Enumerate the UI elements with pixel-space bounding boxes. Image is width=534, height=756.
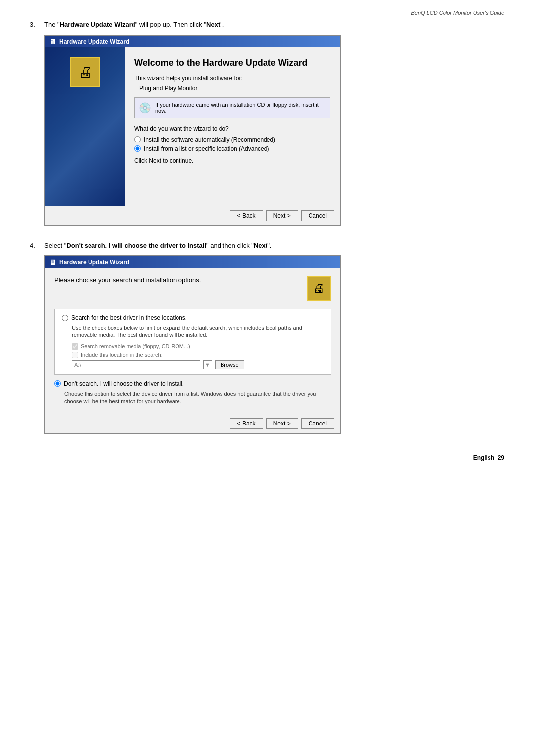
page-divider bbox=[30, 449, 504, 449]
dialog2-search-radio[interactable] bbox=[62, 315, 68, 321]
dialog2-back-button[interactable]: < Back bbox=[230, 418, 263, 429]
dialog1-sidebar-bg: 🖨 bbox=[45, 47, 125, 206]
dialog2-search-radio-label: Search for the best driver in these loca… bbox=[71, 314, 187, 321]
step4-bold1: Don't search. I will choose the driver t… bbox=[66, 242, 206, 249]
dialog1-title-text: Hardware Update Wizard bbox=[59, 38, 129, 45]
hardware-update-wizard-dialog2: 🖥 Hardware Update Wizard Please choose y… bbox=[44, 255, 341, 434]
dialog2-browse-button[interactable]: Browse bbox=[215, 360, 244, 369]
footer-language: English bbox=[473, 454, 494, 461]
dialog1-titlebar: 🖥 Hardware Update Wizard bbox=[45, 36, 340, 47]
dialog2-next-button[interactable]: Next > bbox=[266, 418, 298, 429]
dialog2-titlebar: 🖥 Hardware Update Wizard bbox=[45, 256, 340, 268]
dialog1-radio2[interactable] bbox=[134, 145, 141, 152]
step3-bold1: Hardware Update Wizard bbox=[60, 21, 135, 28]
dialog1-radio2-row: Install from a list or specific location… bbox=[134, 145, 330, 152]
dialog2-check1-label: Search removable media (floppy, CD-ROM..… bbox=[81, 343, 190, 349]
dialog2-dropdown-icon[interactable]: ▼ bbox=[203, 360, 212, 369]
step4-container: 4. Select "Don't search. I will choose t… bbox=[30, 241, 504, 434]
dialog1-what-todo: What do you want the wizard to do? bbox=[134, 125, 330, 132]
dialog1-click-next: Click Next to continue. bbox=[134, 157, 330, 164]
document-title: BenQ LCD Color Monitor User's Guide bbox=[411, 10, 504, 16]
dialog2-check2[interactable] bbox=[72, 352, 78, 358]
step3-number: 3. bbox=[30, 20, 40, 28]
dialog1-device-name: Plug and Play Monitor bbox=[139, 85, 330, 92]
dialog1-title-icon: 🖥 bbox=[49, 38, 56, 46]
dialog2-dont-search-radio[interactable] bbox=[54, 380, 61, 387]
dialog2-check2-row: Include this location in the search: bbox=[72, 352, 324, 358]
dialog1-radio1-label: Install the software automatically (Reco… bbox=[144, 136, 275, 143]
dialog2-search-section: Search for the best driver in these loca… bbox=[54, 309, 331, 375]
step4-number: 4. bbox=[30, 241, 40, 249]
step3-content: The "Hardware Update Wizard" will pop up… bbox=[44, 20, 504, 226]
dialog1-radio2-label: Install from a list or specific location… bbox=[144, 145, 269, 152]
dialog2-header: Please choose your search and installati… bbox=[54, 276, 331, 301]
dialog1-welcome-title: Welcome to the Hardware Update Wizard bbox=[134, 57, 330, 69]
dialog2-search-radio-row: Search for the best driver in these loca… bbox=[62, 314, 324, 321]
dialog2-check1-row: Search removable media (floppy, CD-ROM..… bbox=[72, 343, 324, 350]
step3-instruction: The "Hardware Update Wizard" will pop up… bbox=[44, 20, 504, 30]
dialog1-cd-note-box: 💿 If your hardware came with an installa… bbox=[134, 97, 330, 118]
dialog1-sidebar: 🖨 bbox=[45, 47, 125, 206]
dialog1-footer: < Back Next > Cancel bbox=[45, 206, 340, 225]
dialog1-right-panel: Welcome to the Hardware Update Wizard Th… bbox=[125, 47, 340, 206]
dialog2-body: Please choose your search and installati… bbox=[45, 268, 340, 414]
page-footer: English 29 bbox=[30, 454, 504, 461]
dialog2-dont-search-desc: Choose this option to select the device … bbox=[64, 390, 331, 406]
step3-bold2: Next bbox=[206, 21, 220, 28]
dialog2-check1[interactable] bbox=[72, 343, 78, 350]
footer-page-number: 29 bbox=[498, 454, 504, 461]
wizard-hardware-icon: 🖨 bbox=[70, 57, 100, 87]
hardware-icon-glyph: 🖨 bbox=[78, 64, 92, 81]
dialog1-radio1-row: Install the software automatically (Reco… bbox=[134, 136, 330, 143]
hardware-update-wizard-dialog1: 🖥 Hardware Update Wizard 🖨 Welcome to th… bbox=[44, 35, 341, 226]
dialog2-path-row: ▼ Browse bbox=[72, 360, 324, 369]
dialog2-dont-search-radio-row: Don't search. I will choose the driver t… bbox=[54, 380, 331, 387]
dialog1-back-button[interactable]: < Back bbox=[230, 210, 263, 221]
dialog2-header-text: Please choose your search and installati… bbox=[54, 276, 201, 284]
step4-bold2: Next bbox=[254, 242, 267, 249]
dialog2-cancel-button[interactable]: Cancel bbox=[301, 418, 334, 429]
dialog2-title-text: Hardware Update Wizard bbox=[59, 259, 129, 266]
dialog1-next-button[interactable]: Next > bbox=[266, 210, 298, 221]
dialog1-body: 🖨 Welcome to the Hardware Update Wizard … bbox=[45, 47, 340, 206]
dialog2-check2-label: Include this location in the search: bbox=[81, 352, 163, 358]
cd-icon: 💿 bbox=[139, 102, 151, 114]
step4-instruction: Select "Don't search. I will choose the … bbox=[44, 241, 504, 251]
dialog2-path-input[interactable] bbox=[72, 360, 200, 369]
dialog1-cancel-button[interactable]: Cancel bbox=[301, 210, 334, 221]
dialog1-cd-note-text: If your hardware came with an installati… bbox=[155, 102, 326, 114]
step4-content: Select "Don't search. I will choose the … bbox=[44, 241, 504, 434]
dialog2-footer: < Back Next > Cancel bbox=[45, 414, 340, 433]
dialog1-radio1[interactable] bbox=[134, 136, 141, 142]
dialog2-icon-glyph: 🖨 bbox=[313, 282, 325, 295]
dialog2-dont-search-radio-label: Don't search. I will choose the driver t… bbox=[64, 380, 184, 387]
page-top-right: BenQ LCD Color Monitor User's Guide bbox=[30, 10, 504, 16]
step3-container: 3. The "Hardware Update Wizard" will pop… bbox=[30, 20, 504, 226]
dialog2-search-desc: Use the check boxes below to limit or ex… bbox=[72, 324, 324, 339]
dialog1-desc1: This wizard helps you install software f… bbox=[134, 75, 330, 82]
dialog2-title-icon: 🖥 bbox=[49, 258, 56, 266]
dialog2-wizard-icon: 🖨 bbox=[307, 276, 331, 301]
